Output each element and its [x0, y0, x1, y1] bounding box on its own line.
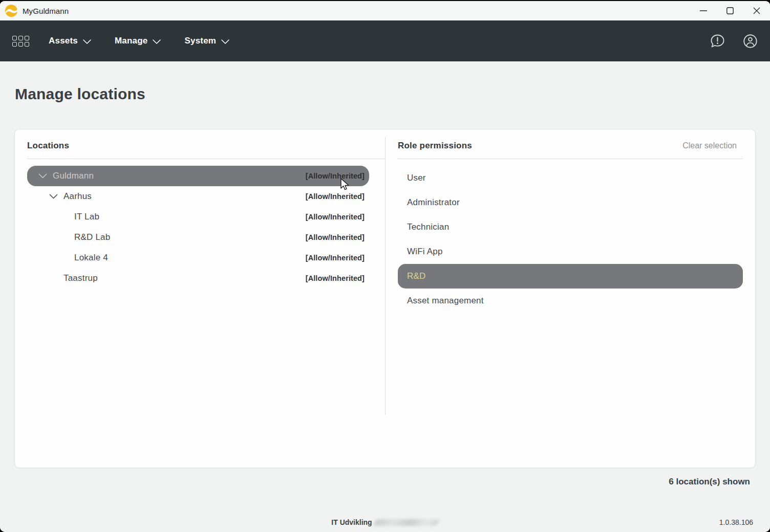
role-name: Administrator: [407, 197, 460, 208]
location-name: R&D Lab: [74, 232, 110, 242]
nav-menu-system-label: System: [184, 36, 216, 46]
role-row[interactable]: Administrator: [398, 190, 743, 215]
guldmann-logo-icon: [5, 5, 17, 17]
role-name: Technician: [407, 222, 449, 232]
environment-label: IT Udvikling: [331, 518, 372, 526]
maximize-icon: [726, 7, 734, 14]
role-name: Asset management: [407, 296, 484, 306]
role-row[interactable]: WiFi App: [398, 239, 743, 264]
minimize-button[interactable]: [690, 1, 717, 20]
permission-badge: [Allow/Inherited]: [306, 233, 369, 241]
minimize-icon: [700, 7, 707, 14]
permission-badge: [Allow/Inherited]: [306, 274, 369, 282]
location-tree-row[interactable]: Lokale 4 [Allow/Inherited]: [27, 248, 369, 268]
role-row[interactable]: Asset management: [398, 289, 743, 313]
role-row[interactable]: Technician: [398, 215, 743, 239]
chevron-down-icon: [221, 38, 229, 44]
locations-panel: Locations Guldmann [Allow/Inherited] Aar…: [27, 141, 385, 468]
location-name: IT Lab: [74, 212, 99, 222]
role-name: User: [407, 173, 426, 183]
nav-menu-assets[interactable]: Assets: [49, 36, 91, 46]
close-button[interactable]: [743, 1, 770, 20]
main-nav: Assets Manage System: [0, 20, 770, 61]
locations-card: Locations Guldmann [Allow/Inherited] Aar…: [14, 129, 756, 468]
app-window: MyGuldmann Assets Manage: [0, 0, 770, 532]
user-account-icon[interactable]: [742, 33, 758, 49]
close-icon: [753, 7, 760, 14]
role-permissions-title: Role permissions: [398, 141, 472, 151]
permission-badge: [Allow/Inherited]: [306, 192, 369, 201]
title-bar: MyGuldmann: [0, 1, 770, 20]
role-name: WiFi App: [407, 247, 443, 257]
role-row[interactable]: User: [398, 166, 743, 190]
nav-menu-system[interactable]: System: [184, 36, 229, 46]
location-name: Guldmann: [53, 171, 94, 181]
feedback-bubble-icon[interactable]: [710, 33, 725, 49]
location-name: Lokale 4: [74, 253, 108, 263]
locations-tree: Guldmann [Allow/Inherited] Aarhus [Allow…: [27, 166, 385, 289]
maximize-button[interactable]: [717, 1, 743, 20]
status-bar: IT Udvikling 1.0.38.106: [0, 518, 770, 527]
location-name: Aarhus: [63, 191, 92, 202]
page-title: Manage locations: [15, 84, 770, 103]
redacted-text: [373, 519, 440, 526]
clear-selection-link[interactable]: Clear selection: [682, 141, 737, 150]
window-controls: [690, 1, 770, 20]
roles-list: User Administrator Technician WiFi App R…: [398, 166, 743, 313]
window-title: MyGuldmann: [23, 7, 69, 15]
role-permissions-panel: Role permissions Clear selection User Ad…: [398, 141, 743, 468]
locations-count: 6 location(s) shown: [0, 468, 770, 487]
divider: [398, 159, 743, 159]
role-row[interactable]: R&D: [398, 264, 743, 289]
chevron-down-icon[interactable]: [49, 194, 58, 199]
role-name: R&D: [407, 271, 426, 281]
chevron-down-icon[interactable]: [38, 173, 47, 179]
nav-menu-manage-label: Manage: [115, 36, 148, 46]
apps-grid-icon[interactable]: [12, 36, 29, 47]
location-tree-row[interactable]: IT Lab [Allow/Inherited]: [27, 207, 369, 227]
version-label: 1.0.38.106: [719, 518, 753, 526]
chevron-down-icon: [153, 38, 161, 44]
panel-divider: [385, 137, 386, 415]
nav-menu-assets-label: Assets: [49, 36, 78, 46]
location-name: Taastrup: [63, 273, 98, 283]
permission-badge: [Allow/Inherited]: [306, 213, 369, 221]
location-tree-row[interactable]: Guldmann [Allow/Inherited]: [27, 166, 369, 186]
chevron-down-icon: [83, 38, 91, 44]
permission-badge: [Allow/Inherited]: [306, 172, 369, 180]
locations-panel-title: Locations: [27, 141, 385, 151]
permission-badge: [Allow/Inherited]: [306, 254, 369, 262]
page-content: Manage locations Locations Guldmann [All…: [0, 61, 770, 532]
location-tree-row[interactable]: Aarhus [Allow/Inherited]: [27, 186, 369, 207]
location-tree-row[interactable]: R&D Lab [Allow/Inherited]: [27, 227, 369, 248]
location-tree-row[interactable]: Taastrup [Allow/Inherited]: [27, 268, 369, 289]
divider: [27, 159, 385, 159]
nav-menu-manage[interactable]: Manage: [115, 36, 161, 46]
